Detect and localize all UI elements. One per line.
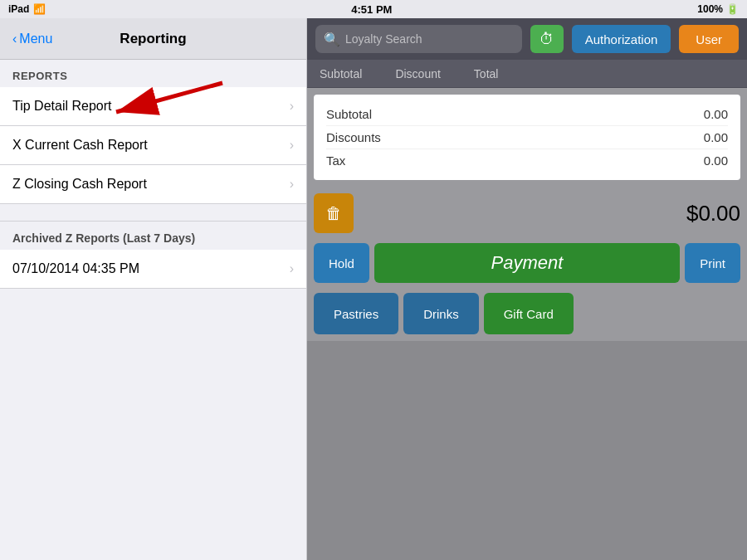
subtotal-tab[interactable]: Subtotal [320, 67, 362, 80]
receipt-area: Subtotal 0.00 Discounts 0.00 Tax 0.00 [314, 95, 740, 180]
print-button[interactable]: Print [685, 243, 740, 283]
archived-date-label: 07/10/2014 04:35 PM [12, 261, 139, 276]
payment-button[interactable]: Payment [374, 243, 680, 283]
subtotal-value: 0.00 [704, 107, 728, 121]
discounts-label: Discounts [326, 130, 381, 144]
back-label[interactable]: Menu [19, 32, 52, 46]
hold-label: Hold [329, 256, 354, 270]
x-current-cash-report-item[interactable]: X Current Cash Report › [0, 126, 306, 165]
user-label: User [696, 32, 722, 46]
chevron-right-icon: › [290, 99, 294, 114]
main-container: ‹ Menu Reporting REPORTS Tip Detail Repo… [0, 18, 747, 560]
chevron-left-icon: ‹ [12, 32, 17, 46]
archived-date-item[interactable]: 07/10/2014 04:35 PM › [0, 250, 306, 289]
discounts-row: Discounts 0.00 [326, 126, 728, 149]
tax-label: Tax [326, 153, 345, 168]
right-panel: 🔍 Loyalty Search ⏱ Authorization User Su… [307, 18, 747, 560]
drinks-label: Drinks [423, 307, 459, 321]
pos-subtabs: Subtotal Discount Total [307, 60, 747, 88]
pos-top-bar: 🔍 Loyalty Search ⏱ Authorization User [307, 18, 747, 60]
archived-section-header: Archived Z Reports (Last 7 Days) [0, 221, 306, 250]
tip-detail-report-label: Tip Detail Report [12, 99, 111, 114]
subtotal-label: Subtotal [326, 107, 372, 121]
battery-icon: 🔋 [726, 3, 739, 15]
category-row: Pastries Drinks Gift Card [314, 293, 740, 334]
reports-list: REPORTS Tip Detail Report › X Current Ca… [0, 60, 306, 560]
user-button[interactable]: User [679, 25, 739, 53]
authorization-label: Authorization [585, 32, 658, 46]
battery-label: 100% [697, 3, 723, 15]
pastries-button[interactable]: Pastries [314, 293, 398, 334]
chevron-right-icon: › [290, 261, 294, 276]
discount-tab[interactable]: Discount [395, 67, 440, 80]
pos-bottom-area [307, 341, 747, 560]
status-right: 100% 🔋 [697, 3, 739, 15]
total-row: 🗑 $0.00 [314, 193, 740, 233]
gift-card-label: Gift Card [504, 307, 554, 321]
hold-button[interactable]: Hold [314, 243, 369, 283]
z-closing-cash-report-item[interactable]: Z Closing Cash Report › [0, 165, 306, 204]
payment-label: Payment [491, 252, 564, 274]
drinks-button[interactable]: Drinks [403, 293, 479, 334]
total-amount: $0.00 [362, 201, 740, 226]
tip-detail-report-item[interactable]: Tip Detail Report › [0, 87, 306, 126]
loyalty-search-label: Loyalty Search [345, 32, 422, 46]
chevron-right-icon: › [290, 177, 294, 192]
trash-icon: 🗑 [325, 204, 342, 223]
z-closing-cash-label: Z Closing Cash Report [12, 177, 147, 192]
clock-button[interactable]: ⏱ [530, 25, 564, 53]
gift-card-button[interactable]: Gift Card [484, 293, 574, 334]
action-row: Hold Payment Print [314, 243, 740, 283]
back-button[interactable]: ‹ Menu [12, 32, 52, 46]
status-time: 4:51 PM [351, 3, 392, 16]
ipad-label: iPad [8, 3, 29, 15]
status-bar: iPad 📶 4:51 PM 100% 🔋 [0, 0, 747, 18]
pastries-label: Pastries [334, 307, 378, 321]
authorization-button[interactable]: Authorization [572, 25, 671, 53]
subtotal-row: Subtotal 0.00 [326, 103, 728, 126]
left-panel: ‹ Menu Reporting REPORTS Tip Detail Repo… [0, 18, 307, 560]
reports-section-header: REPORTS [0, 60, 306, 87]
left-header: ‹ Menu Reporting [0, 18, 306, 60]
search-icon: 🔍 [324, 32, 340, 47]
chevron-right-icon: › [290, 138, 294, 153]
section-gap [0, 204, 306, 221]
status-left: iPad 📶 [8, 3, 46, 15]
tax-row: Tax 0.00 [326, 149, 728, 172]
wifi-icon: 📶 [33, 3, 46, 15]
discounts-value: 0.00 [704, 130, 728, 144]
print-label: Print [700, 256, 725, 270]
loyalty-search-bar[interactable]: 🔍 Loyalty Search [315, 25, 522, 53]
trash-button[interactable]: 🗑 [314, 193, 354, 233]
x-current-cash-label: X Current Cash Report [12, 138, 148, 153]
panel-title: Reporting [120, 31, 186, 47]
total-tab[interactable]: Total [474, 67, 499, 80]
clock-icon: ⏱ [540, 31, 554, 48]
tax-value: 0.00 [704, 153, 728, 168]
